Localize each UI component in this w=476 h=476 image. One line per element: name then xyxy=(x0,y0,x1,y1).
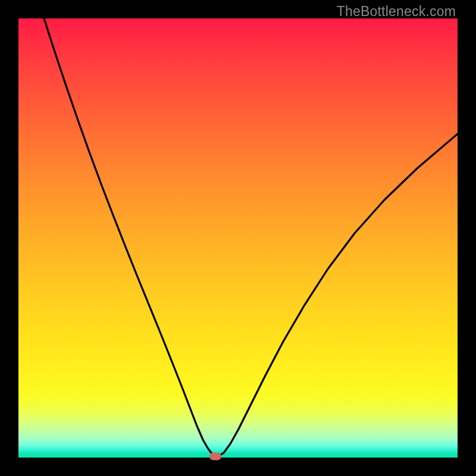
chart-frame: TheBottleneck.com xyxy=(0,0,476,476)
watermark-text: TheBottleneck.com xyxy=(337,4,456,20)
plot-area xyxy=(18,18,458,458)
bottleneck-curve xyxy=(18,18,458,458)
curve-path xyxy=(44,18,458,456)
optimum-marker xyxy=(209,453,221,461)
